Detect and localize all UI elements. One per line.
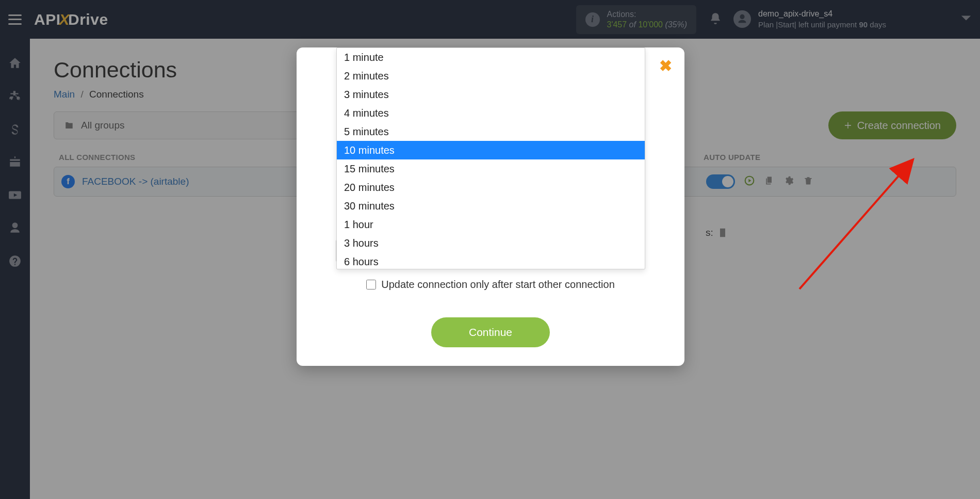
svg-line-1	[799, 163, 910, 289]
interval-option[interactable]: 4 minutes	[337, 104, 645, 122]
interval-option[interactable]: 2 minutes	[337, 67, 645, 85]
annotation-arrow	[794, 150, 923, 294]
update-after-other-checkbox[interactable]: Update connection only after start other…	[336, 279, 645, 291]
interval-option[interactable]: 20 minutes	[337, 178, 645, 197]
close-icon[interactable]: ✖	[659, 57, 672, 75]
modal-overlay[interactable]: ✖ 10 minutes Update connection only afte…	[0, 0, 980, 499]
interval-option[interactable]: 1 hour	[337, 215, 645, 234]
interval-option[interactable]: 1 minute	[337, 48, 645, 67]
interval-option[interactable]: 6 hours	[337, 252, 645, 269]
interval-option[interactable]: 5 minutes	[337, 122, 645, 141]
interval-option[interactable]: 3 hours	[337, 234, 645, 252]
interval-option[interactable]: 15 minutes	[337, 159, 645, 178]
checkbox-input[interactable]	[366, 280, 376, 289]
interval-dropdown-list: 1 minute2 minutes3 minutes4 minutes5 min…	[336, 47, 645, 269]
continue-button[interactable]: Continue	[431, 317, 550, 347]
interval-option[interactable]: 10 minutes	[337, 141, 645, 159]
interval-option[interactable]: 3 minutes	[337, 85, 645, 104]
checkbox-label: Update connection only after start other…	[381, 279, 615, 291]
interval-option[interactable]: 30 minutes	[337, 197, 645, 215]
